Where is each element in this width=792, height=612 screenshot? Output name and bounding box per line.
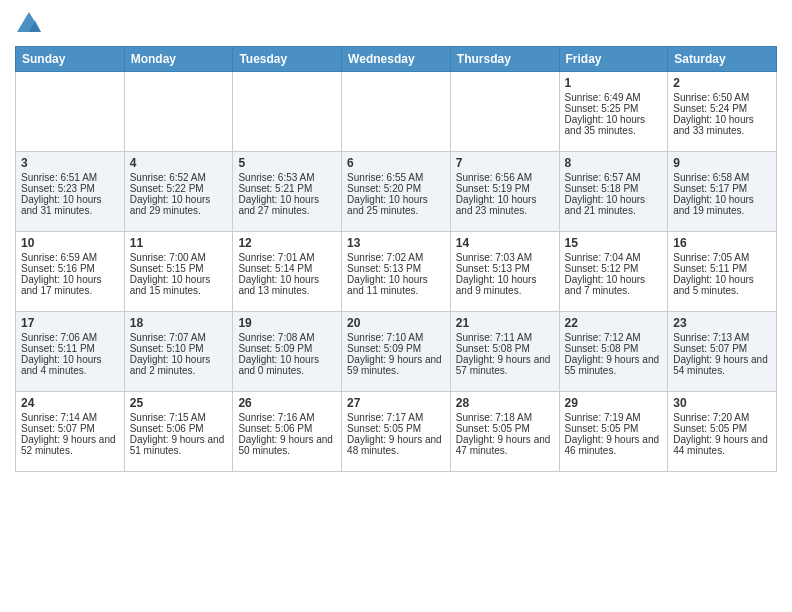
- calendar-cell: 22Sunrise: 7:12 AMSunset: 5:08 PMDayligh…: [559, 312, 668, 392]
- day-number: 5: [238, 156, 336, 170]
- cell-content: Sunset: 5:09 PM: [347, 343, 445, 354]
- cell-content: Sunset: 5:06 PM: [130, 423, 228, 434]
- cell-content: Sunrise: 6:56 AM: [456, 172, 554, 183]
- cell-content: Sunset: 5:07 PM: [673, 343, 771, 354]
- calendar-cell: 1Sunrise: 6:49 AMSunset: 5:25 PMDaylight…: [559, 72, 668, 152]
- cell-content: Sunrise: 7:18 AM: [456, 412, 554, 423]
- calendar-cell: 13Sunrise: 7:02 AMSunset: 5:13 PMDayligh…: [342, 232, 451, 312]
- cell-content: Sunrise: 7:13 AM: [673, 332, 771, 343]
- day-number: 8: [565, 156, 663, 170]
- calendar-cell: [233, 72, 342, 152]
- cell-content: Sunrise: 6:53 AM: [238, 172, 336, 183]
- logo: [15, 10, 47, 38]
- day-number: 2: [673, 76, 771, 90]
- cell-content: Sunrise: 7:03 AM: [456, 252, 554, 263]
- cell-content: Sunset: 5:17 PM: [673, 183, 771, 194]
- cell-content: Sunset: 5:15 PM: [130, 263, 228, 274]
- calendar-cell: 26Sunrise: 7:16 AMSunset: 5:06 PMDayligh…: [233, 392, 342, 472]
- calendar-cell: 14Sunrise: 7:03 AMSunset: 5:13 PMDayligh…: [450, 232, 559, 312]
- cell-content: Daylight: 10 hours and 4 minutes.: [21, 354, 119, 376]
- calendar-cell: [124, 72, 233, 152]
- calendar-week-row: 3Sunrise: 6:51 AMSunset: 5:23 PMDaylight…: [16, 152, 777, 232]
- day-number: 9: [673, 156, 771, 170]
- cell-content: Sunset: 5:20 PM: [347, 183, 445, 194]
- calendar-cell: 7Sunrise: 6:56 AMSunset: 5:19 PMDaylight…: [450, 152, 559, 232]
- cell-content: Daylight: 9 hours and 50 minutes.: [238, 434, 336, 456]
- cell-content: Sunrise: 7:20 AM: [673, 412, 771, 423]
- cell-content: Sunrise: 7:04 AM: [565, 252, 663, 263]
- cell-content: Sunset: 5:13 PM: [347, 263, 445, 274]
- calendar-cell: 18Sunrise: 7:07 AMSunset: 5:10 PMDayligh…: [124, 312, 233, 392]
- cell-content: Daylight: 10 hours and 15 minutes.: [130, 274, 228, 296]
- day-number: 3: [21, 156, 119, 170]
- cell-content: Sunrise: 7:17 AM: [347, 412, 445, 423]
- cell-content: Sunrise: 7:11 AM: [456, 332, 554, 343]
- calendar-cell: [342, 72, 451, 152]
- cell-content: Sunrise: 7:10 AM: [347, 332, 445, 343]
- calendar-header-row: SundayMondayTuesdayWednesdayThursdayFrid…: [16, 47, 777, 72]
- cell-content: Sunrise: 7:01 AM: [238, 252, 336, 263]
- cell-content: Sunset: 5:05 PM: [456, 423, 554, 434]
- calendar-cell: 29Sunrise: 7:19 AMSunset: 5:05 PMDayligh…: [559, 392, 668, 472]
- calendar-day-header: Tuesday: [233, 47, 342, 72]
- day-number: 20: [347, 316, 445, 330]
- cell-content: Sunrise: 6:50 AM: [673, 92, 771, 103]
- cell-content: Sunset: 5:22 PM: [130, 183, 228, 194]
- day-number: 21: [456, 316, 554, 330]
- cell-content: Sunrise: 7:12 AM: [565, 332, 663, 343]
- cell-content: Sunset: 5:09 PM: [238, 343, 336, 354]
- calendar-week-row: 24Sunrise: 7:14 AMSunset: 5:07 PMDayligh…: [16, 392, 777, 472]
- day-number: 10: [21, 236, 119, 250]
- calendar-cell: 11Sunrise: 7:00 AMSunset: 5:15 PMDayligh…: [124, 232, 233, 312]
- cell-content: Sunset: 5:23 PM: [21, 183, 119, 194]
- calendar-day-header: Sunday: [16, 47, 125, 72]
- cell-content: Daylight: 9 hours and 55 minutes.: [565, 354, 663, 376]
- logo-icon: [15, 10, 43, 38]
- cell-content: Sunrise: 7:19 AM: [565, 412, 663, 423]
- cell-content: Daylight: 10 hours and 35 minutes.: [565, 114, 663, 136]
- cell-content: Sunset: 5:25 PM: [565, 103, 663, 114]
- cell-content: Sunrise: 6:58 AM: [673, 172, 771, 183]
- calendar-day-header: Friday: [559, 47, 668, 72]
- calendar-day-header: Monday: [124, 47, 233, 72]
- calendar-cell: 21Sunrise: 7:11 AMSunset: 5:08 PMDayligh…: [450, 312, 559, 392]
- cell-content: Daylight: 10 hours and 19 minutes.: [673, 194, 771, 216]
- cell-content: Sunset: 5:13 PM: [456, 263, 554, 274]
- cell-content: Sunrise: 7:16 AM: [238, 412, 336, 423]
- calendar-cell: 9Sunrise: 6:58 AMSunset: 5:17 PMDaylight…: [668, 152, 777, 232]
- calendar-cell: 2Sunrise: 6:50 AMSunset: 5:24 PMDaylight…: [668, 72, 777, 152]
- cell-content: Sunrise: 6:59 AM: [21, 252, 119, 263]
- calendar-cell: 28Sunrise: 7:18 AMSunset: 5:05 PMDayligh…: [450, 392, 559, 472]
- day-number: 12: [238, 236, 336, 250]
- cell-content: Daylight: 10 hours and 7 minutes.: [565, 274, 663, 296]
- page-header: [15, 10, 777, 38]
- day-number: 17: [21, 316, 119, 330]
- calendar-cell: 4Sunrise: 6:52 AMSunset: 5:22 PMDaylight…: [124, 152, 233, 232]
- day-number: 28: [456, 396, 554, 410]
- cell-content: Daylight: 10 hours and 31 minutes.: [21, 194, 119, 216]
- calendar-cell: [450, 72, 559, 152]
- cell-content: Sunrise: 6:52 AM: [130, 172, 228, 183]
- calendar-cell: 20Sunrise: 7:10 AMSunset: 5:09 PMDayligh…: [342, 312, 451, 392]
- calendar-day-header: Saturday: [668, 47, 777, 72]
- cell-content: Sunset: 5:14 PM: [238, 263, 336, 274]
- day-number: 16: [673, 236, 771, 250]
- day-number: 19: [238, 316, 336, 330]
- cell-content: Sunset: 5:08 PM: [456, 343, 554, 354]
- cell-content: Sunset: 5:10 PM: [130, 343, 228, 354]
- day-number: 6: [347, 156, 445, 170]
- cell-content: Daylight: 10 hours and 5 minutes.: [673, 274, 771, 296]
- cell-content: Sunset: 5:16 PM: [21, 263, 119, 274]
- cell-content: Sunset: 5:21 PM: [238, 183, 336, 194]
- cell-content: Daylight: 10 hours and 2 minutes.: [130, 354, 228, 376]
- cell-content: Sunrise: 6:49 AM: [565, 92, 663, 103]
- calendar-cell: 12Sunrise: 7:01 AMSunset: 5:14 PMDayligh…: [233, 232, 342, 312]
- day-number: 26: [238, 396, 336, 410]
- day-number: 24: [21, 396, 119, 410]
- calendar-cell: 17Sunrise: 7:06 AMSunset: 5:11 PMDayligh…: [16, 312, 125, 392]
- cell-content: Daylight: 10 hours and 13 minutes.: [238, 274, 336, 296]
- cell-content: Daylight: 10 hours and 0 minutes.: [238, 354, 336, 376]
- day-number: 15: [565, 236, 663, 250]
- cell-content: Sunrise: 7:08 AM: [238, 332, 336, 343]
- cell-content: Daylight: 9 hours and 57 minutes.: [456, 354, 554, 376]
